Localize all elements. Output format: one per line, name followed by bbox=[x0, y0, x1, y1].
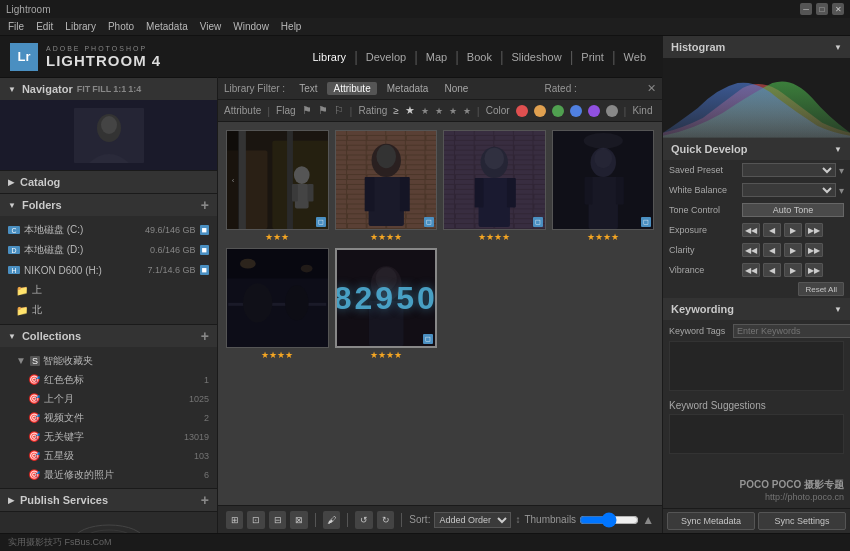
quick-develop-header[interactable]: Quick Develop ▼ bbox=[663, 138, 850, 160]
qd-clarity-up[interactable]: ▶ bbox=[784, 243, 802, 257]
photo-cell-1[interactable]: ‹ ◻ ★★★ bbox=[226, 130, 329, 242]
publish-add-button[interactable]: + bbox=[201, 492, 209, 508]
sort-direction-btn[interactable]: ↕ bbox=[515, 514, 520, 525]
close-button[interactable]: ✕ bbox=[832, 3, 844, 15]
folder-item-2[interactable]: 📁 北 bbox=[0, 300, 217, 320]
rating-2[interactable]: ★ bbox=[435, 106, 443, 116]
qd-exposure-up-up[interactable]: ▶▶ bbox=[805, 223, 823, 237]
module-slideshow[interactable]: Slideshow bbox=[508, 49, 566, 65]
collection-item-nokw[interactable]: 🎯 无关键字 13019 bbox=[0, 427, 217, 446]
folder-disk-d[interactable]: D 本地磁盘 (D:) 0.6/146 GB ■ bbox=[0, 240, 217, 260]
photo-cell-3[interactable]: ◻ ★★★★ bbox=[443, 130, 546, 242]
filter-tab-attribute[interactable]: Attribute bbox=[327, 82, 376, 95]
survey-view-btn[interactable]: ⊠ bbox=[290, 511, 307, 529]
qd-wb-select[interactable] bbox=[742, 183, 836, 197]
module-book[interactable]: Book bbox=[463, 49, 496, 65]
flag-rejected-btn[interactable]: ⚐ bbox=[334, 104, 344, 117]
catalog-header[interactable]: ▶ Catalog bbox=[0, 171, 217, 193]
photo-thumb-2[interactable]: ◻ bbox=[335, 130, 438, 230]
keywording-header[interactable]: Keywording ▼ bbox=[663, 298, 850, 320]
photo-thumb-6[interactable]: 82950 ◻ bbox=[335, 248, 438, 348]
color-red[interactable] bbox=[516, 105, 528, 117]
collections-add-button[interactable]: + bbox=[201, 328, 209, 344]
nav-1-1-btn[interactable]: 1:1 bbox=[113, 84, 126, 94]
sort-select[interactable]: Added Order Capture Time Rating bbox=[434, 512, 511, 528]
module-develop[interactable]: Develop bbox=[362, 49, 410, 65]
color-yellow[interactable] bbox=[534, 105, 546, 117]
rating-1[interactable]: ★ bbox=[421, 106, 429, 116]
photo-thumb-3[interactable]: ◻ bbox=[443, 130, 546, 230]
qd-clarity-up-up[interactable]: ▶▶ bbox=[805, 243, 823, 257]
photo-scroll-left-1[interactable]: ‹ bbox=[227, 131, 239, 229]
menu-file[interactable]: File bbox=[8, 21, 24, 32]
menu-photo[interactable]: Photo bbox=[108, 21, 134, 32]
filter-tab-none[interactable]: None bbox=[438, 82, 474, 95]
menu-library[interactable]: Library bbox=[65, 21, 96, 32]
module-map[interactable]: Map bbox=[422, 49, 451, 65]
filter-tab-text[interactable]: Text bbox=[293, 82, 323, 95]
nav-1-4-btn[interactable]: 1:4 bbox=[128, 84, 141, 94]
nav-fill-btn[interactable]: FILL bbox=[92, 84, 111, 94]
collection-item-recent[interactable]: 🎯 最近修改的照片 6 bbox=[0, 465, 217, 484]
qd-exposure-down-down[interactable]: ◀◀ bbox=[742, 223, 760, 237]
collection-group-smart[interactable]: ▼ S 智能收藏夹 bbox=[0, 351, 217, 370]
histogram-header[interactable]: Histogram ▼ bbox=[663, 36, 850, 58]
qd-preset-select[interactable] bbox=[742, 163, 836, 177]
photo-cell-2[interactable]: ◻ ★★★★ bbox=[335, 130, 438, 242]
color-green[interactable] bbox=[552, 105, 564, 117]
qd-clarity-down-down[interactable]: ◀◀ bbox=[742, 243, 760, 257]
qd-clarity-down[interactable]: ◀ bbox=[763, 243, 781, 257]
qd-reset-all-btn[interactable]: Reset All bbox=[798, 282, 844, 296]
folders-header[interactable]: ▼ Folders + bbox=[0, 194, 217, 216]
photo-cell-4[interactable]: ◻ ★★★★ bbox=[552, 130, 655, 242]
rating-3[interactable]: ★ bbox=[449, 106, 457, 116]
flag-any-btn[interactable]: ⚑ bbox=[302, 104, 312, 117]
photo-thumb-1[interactable]: ‹ ◻ bbox=[226, 130, 329, 230]
qd-vibrance-up-up[interactable]: ▶▶ bbox=[805, 263, 823, 277]
filter-close-button[interactable]: ✕ bbox=[647, 82, 656, 95]
rotate-btn[interactable]: ↺ bbox=[355, 511, 372, 529]
qd-vibrance-down[interactable]: ◀ bbox=[763, 263, 781, 277]
menu-help[interactable]: Help bbox=[281, 21, 302, 32]
menu-edit[interactable]: Edit bbox=[36, 21, 53, 32]
collection-item-month[interactable]: 🎯 上个月 1025 bbox=[0, 389, 217, 408]
navigator-header[interactable]: ▼ Navigator FIT FILL 1:1 1:4 bbox=[0, 78, 217, 100]
maximize-button[interactable]: □ bbox=[816, 3, 828, 15]
menu-view[interactable]: View bbox=[200, 21, 222, 32]
color-none[interactable] bbox=[606, 105, 618, 117]
loupe-view-btn[interactable]: ⊡ bbox=[247, 511, 264, 529]
thumbnails-slider[interactable] bbox=[579, 516, 639, 524]
sync-metadata-btn[interactable]: Sync Metadata bbox=[667, 512, 755, 530]
color-blue[interactable] bbox=[570, 105, 582, 117]
thumbnails-expand-btn[interactable]: ▲ bbox=[642, 513, 654, 527]
publish-header[interactable]: ▶ Publish Services + bbox=[0, 489, 217, 511]
photo-thumb-5[interactable] bbox=[226, 248, 329, 348]
photo-cell-5[interactable]: ★★★★ bbox=[226, 248, 329, 360]
sync-settings-btn[interactable]: Sync Settings bbox=[758, 512, 846, 530]
rating-4[interactable]: ★ bbox=[463, 106, 471, 116]
module-web[interactable]: Web bbox=[620, 49, 650, 65]
spray-btn[interactable]: 🖌 bbox=[323, 511, 340, 529]
qd-auto-tone-btn[interactable]: Auto Tone bbox=[742, 203, 844, 217]
nav-fit-btn[interactable]: FIT bbox=[77, 84, 91, 94]
folder-disk-h[interactable]: H NIKON D600 (H:) 7.1/14.6 GB ■ bbox=[0, 260, 217, 280]
qd-vibrance-down-down[interactable]: ◀◀ bbox=[742, 263, 760, 277]
rotate-right-btn[interactable]: ↻ bbox=[377, 511, 394, 529]
minimize-button[interactable]: ─ bbox=[800, 3, 812, 15]
photo-cell-6[interactable]: 82950 ◻ ★★★★ bbox=[335, 248, 438, 360]
qd-vibrance-up[interactable]: ▶ bbox=[784, 263, 802, 277]
qd-exposure-down[interactable]: ◀ bbox=[763, 223, 781, 237]
grid-view-btn[interactable]: ⊞ bbox=[226, 511, 243, 529]
folder-item-1[interactable]: 📁 上 bbox=[0, 280, 217, 300]
collections-header[interactable]: ▼ Collections + bbox=[0, 325, 217, 347]
module-library[interactable]: Library bbox=[309, 49, 351, 65]
star-rating[interactable]: ★ bbox=[405, 104, 415, 117]
kw-tags-input[interactable] bbox=[733, 324, 850, 338]
photo-thumb-4[interactable]: ◻ bbox=[552, 130, 655, 230]
menu-window[interactable]: Window bbox=[233, 21, 269, 32]
menu-metadata[interactable]: Metadata bbox=[146, 21, 188, 32]
compare-view-btn[interactable]: ⊟ bbox=[269, 511, 286, 529]
collection-item-red[interactable]: 🎯 红色色标 1 bbox=[0, 370, 217, 389]
color-purple[interactable] bbox=[588, 105, 600, 117]
folder-disk-c[interactable]: C 本地磁盘 (C:) 49.6/146 GB ■ bbox=[0, 220, 217, 240]
